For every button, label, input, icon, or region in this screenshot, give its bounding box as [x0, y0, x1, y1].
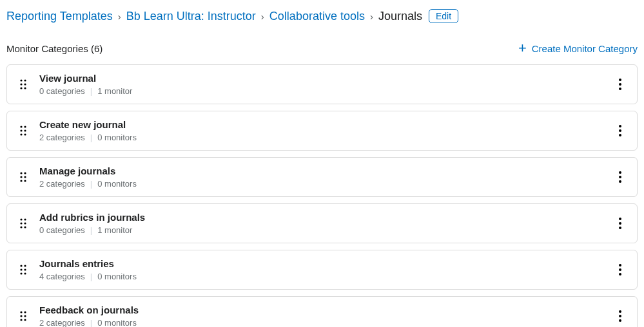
card-body[interactable]: Add rubrics in journals 0 categories | 1… — [39, 212, 614, 235]
breadcrumb: Reporting Templates › Bb Learn Ultra: In… — [6, 9, 638, 23]
svg-point-6 — [619, 79, 621, 81]
categories-count: 0 categories — [39, 225, 85, 235]
svg-point-37 — [24, 265, 26, 266]
more-options-icon[interactable] — [614, 307, 627, 325]
meta-separator: | — [90, 272, 92, 281]
create-monitor-category-button[interactable]: + Create Monitor Category — [518, 41, 638, 55]
monitors-count: 0 monitors — [97, 318, 137, 327]
breadcrumb-link-bb-learn-ultra[interactable]: Bb Learn Ultra: Instructor — [126, 10, 256, 23]
more-options-icon[interactable] — [614, 214, 627, 232]
category-card: Journals entries 4 categories | 0 monito… — [6, 250, 638, 290]
more-options-icon[interactable] — [614, 122, 627, 140]
drag-handle-icon[interactable] — [17, 218, 29, 229]
svg-point-49 — [20, 319, 22, 321]
meta-separator: | — [90, 86, 92, 96]
card-body[interactable]: Manage journals 2 categories | 0 monitor… — [39, 165, 614, 189]
monitor-categories-title: Monitor Categories (6) — [6, 43, 102, 54]
card-title: Create new journal — [39, 119, 614, 130]
more-options-icon[interactable] — [614, 261, 627, 279]
svg-point-2 — [20, 83, 22, 85]
meta-separator: | — [90, 318, 92, 327]
svg-point-29 — [20, 222, 22, 224]
svg-point-12 — [24, 129, 26, 131]
svg-point-19 — [24, 172, 26, 174]
svg-point-52 — [619, 315, 621, 317]
meta-separator: | — [90, 225, 92, 235]
svg-point-0 — [20, 79, 22, 81]
svg-point-8 — [619, 88, 621, 90]
monitors-count: 0 monitors — [97, 179, 137, 189]
monitors-count: 1 monitor — [97, 86, 132, 96]
svg-point-11 — [20, 129, 22, 131]
drag-handle-icon[interactable] — [17, 310, 29, 322]
svg-point-20 — [20, 176, 22, 178]
svg-point-15 — [619, 125, 621, 127]
svg-point-31 — [20, 226, 22, 228]
breadcrumb-current: Journals — [378, 10, 422, 23]
card-title: Add rubrics in journals — [39, 212, 614, 223]
svg-point-22 — [20, 180, 22, 182]
svg-point-25 — [619, 176, 621, 178]
category-card: Add rubrics in journals 0 categories | 1… — [6, 203, 638, 243]
card-title: View journal — [39, 73, 614, 84]
meta-separator: | — [90, 133, 92, 142]
categories-count: 2 categories — [39, 133, 85, 142]
categories-count: 4 categories — [39, 272, 85, 281]
svg-point-24 — [619, 171, 621, 174]
category-list: View journal 0 categories | 1 monitor Cr… — [6, 64, 638, 327]
drag-handle-icon[interactable] — [17, 79, 29, 90]
svg-point-18 — [20, 172, 22, 174]
svg-point-9 — [20, 126, 22, 127]
svg-point-27 — [20, 218, 22, 220]
list-header: Monitor Categories (6) + Create Monitor … — [6, 41, 638, 55]
drag-handle-icon[interactable] — [17, 125, 29, 136]
plus-icon: + — [518, 41, 527, 55]
chevron-right-icon: › — [261, 11, 264, 22]
category-card: Create new journal 2 categories | 0 moni… — [6, 111, 638, 151]
chevron-right-icon: › — [370, 11, 373, 22]
more-options-icon[interactable] — [614, 168, 627, 186]
svg-point-1 — [24, 79, 26, 81]
breadcrumb-link-collaborative-tools[interactable]: Collaborative tools — [269, 10, 365, 23]
card-meta: 0 categories | 1 monitor — [39, 225, 614, 235]
drag-handle-icon[interactable] — [17, 264, 29, 276]
card-title: Journals entries — [39, 258, 614, 269]
svg-point-23 — [24, 180, 26, 182]
svg-point-4 — [20, 87, 22, 89]
card-body[interactable]: Feedback on journals 2 categories | 0 mo… — [39, 304, 614, 327]
svg-point-5 — [24, 87, 26, 89]
svg-point-40 — [20, 272, 22, 274]
more-options-icon[interactable] — [614, 75, 627, 93]
meta-separator: | — [90, 179, 92, 189]
monitors-count: 1 monitor — [97, 225, 132, 235]
svg-point-10 — [24, 126, 26, 127]
svg-point-32 — [24, 226, 26, 228]
svg-point-16 — [619, 129, 621, 132]
svg-point-36 — [20, 265, 22, 266]
svg-point-14 — [24, 133, 26, 135]
svg-point-26 — [619, 180, 621, 183]
svg-point-34 — [619, 222, 621, 225]
card-meta: 2 categories | 0 monitors — [39, 318, 614, 327]
edit-button[interactable]: Edit — [429, 9, 458, 23]
categories-count: 0 categories — [39, 86, 85, 96]
card-meta: 4 categories | 0 monitors — [39, 272, 614, 281]
svg-point-53 — [619, 319, 621, 322]
svg-point-35 — [619, 227, 621, 229]
card-title: Manage journals — [39, 165, 614, 176]
svg-point-7 — [619, 83, 621, 86]
svg-point-50 — [24, 319, 26, 321]
card-body[interactable]: Journals entries 4 categories | 0 monito… — [39, 258, 614, 281]
card-body[interactable]: View journal 0 categories | 1 monitor — [39, 73, 614, 96]
drag-handle-icon[interactable] — [17, 171, 29, 183]
svg-point-38 — [20, 268, 22, 270]
breadcrumb-link-reporting-templates[interactable]: Reporting Templates — [6, 10, 113, 23]
svg-point-33 — [619, 218, 621, 220]
svg-point-13 — [20, 133, 22, 135]
svg-point-42 — [619, 264, 621, 266]
svg-point-45 — [20, 311, 22, 313]
svg-point-28 — [24, 218, 26, 220]
svg-point-30 — [24, 222, 26, 224]
svg-point-3 — [24, 83, 26, 85]
card-body[interactable]: Create new journal 2 categories | 0 moni… — [39, 119, 614, 142]
